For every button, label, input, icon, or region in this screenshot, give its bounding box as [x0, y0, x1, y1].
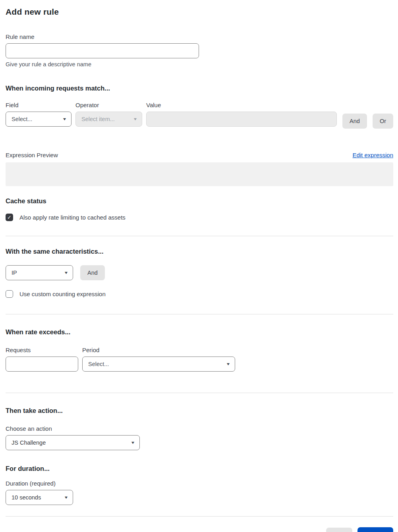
chevron-down-icon: ▼ — [226, 362, 231, 366]
page-title: Add new rule — [6, 7, 393, 17]
or-button[interactable]: Or — [373, 114, 393, 129]
custom-counting-checkbox-label: Use custom counting expression — [19, 291, 106, 297]
edit-expression-link[interactable]: Edit expression — [352, 152, 393, 158]
add-rule-button[interactable]: Add rule — [357, 527, 393, 532]
value-label: Value — [146, 102, 337, 108]
divider — [6, 314, 393, 314]
rule-name-input[interactable] — [6, 43, 199, 58]
and-button[interactable]: And — [342, 114, 367, 129]
duration-heading: For duration... — [6, 465, 393, 472]
back-button[interactable]: Back — [326, 528, 352, 532]
divider — [6, 393, 393, 393]
chevron-down-icon: ▼ — [64, 495, 69, 499]
chevron-down-icon: ▼ — [131, 441, 135, 445]
expression-preview-box — [6, 162, 393, 186]
action-select-value: JS Challenge — [12, 439, 46, 446]
custom-counting-checkbox[interactable] — [6, 290, 13, 298]
expression-preview-label: Expression Preview — [6, 152, 58, 158]
period-select-value: Select... — [88, 361, 109, 367]
chevron-down-icon: ▼ — [133, 117, 138, 121]
rate-heading: When rate exceeds... — [6, 328, 393, 336]
add-rule-form: Add new rule Rule name Give your rule a … — [0, 0, 398, 532]
duration-select[interactable]: 10 seconds ▼ — [6, 490, 73, 505]
duration-select-value: 10 seconds — [12, 494, 41, 501]
match-section-heading: When incoming requests match... — [6, 85, 393, 92]
field-label: Field — [6, 102, 71, 108]
field-select-value: Select... — [12, 116, 32, 122]
operator-label: Operator — [75, 102, 142, 108]
characteristic-select[interactable]: IP ▼ — [6, 265, 73, 280]
characteristics-heading: With the same characteristics... — [6, 248, 393, 255]
divider — [6, 236, 393, 236]
cached-assets-checkbox-label: Also apply rate limiting to cached asset… — [19, 214, 126, 221]
operator-select-value: Select item... — [81, 116, 115, 122]
cache-status-heading: Cache status — [6, 197, 393, 205]
period-select[interactable]: Select... ▼ — [82, 357, 235, 372]
chevron-down-icon: ▼ — [62, 117, 67, 121]
requests-label: Requests — [6, 347, 78, 353]
value-input[interactable] — [146, 112, 337, 127]
action-select[interactable]: JS Challenge ▼ — [6, 435, 140, 450]
requests-input[interactable] — [6, 357, 78, 372]
action-heading: Then take action... — [6, 407, 393, 414]
operator-select[interactable]: Select item... ▼ — [75, 112, 142, 127]
divider — [6, 516, 393, 517]
cached-assets-checkbox[interactable]: ✓ — [6, 214, 13, 221]
characteristic-select-value: IP — [12, 270, 17, 276]
chevron-down-icon: ▼ — [64, 271, 69, 275]
check-icon: ✓ — [7, 214, 12, 220]
rule-name-label: Rule name — [6, 33, 393, 40]
field-select[interactable]: Select... ▼ — [6, 112, 71, 127]
choose-action-label: Choose an action — [6, 425, 393, 432]
characteristic-and-button[interactable]: And — [80, 265, 105, 280]
duration-label: Duration (required) — [6, 480, 393, 487]
rule-name-hint: Give your rule a descriptive name — [6, 61, 393, 67]
period-label: Period — [82, 347, 235, 353]
